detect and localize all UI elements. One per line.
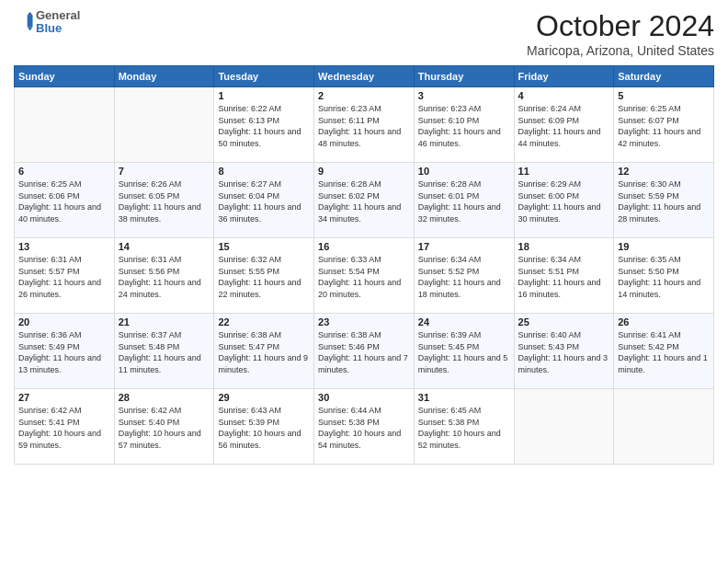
calendar-cell: 24Sunrise: 6:39 AMSunset: 5:45 PMDayligh… — [414, 314, 514, 389]
calendar-table: Sunday Monday Tuesday Wednesday Thursday… — [14, 65, 714, 465]
calendar-cell: 29Sunrise: 6:43 AMSunset: 5:39 PMDayligh… — [214, 389, 314, 465]
logo-blue-text: Blue — [36, 22, 80, 35]
day-info: Sunrise: 6:25 AMSunset: 6:07 PMDaylight:… — [618, 103, 710, 149]
calendar-cell: 4Sunrise: 6:24 AMSunset: 6:09 PMDaylight… — [514, 87, 614, 163]
day-number: 21 — [119, 316, 210, 327]
calendar-cell: 30Sunrise: 6:44 AMSunset: 5:38 PMDayligh… — [314, 389, 415, 465]
day-number: 6 — [18, 166, 110, 177]
calendar-cell: 15Sunrise: 6:32 AMSunset: 5:55 PMDayligh… — [214, 238, 314, 314]
day-number: 18 — [518, 241, 610, 252]
calendar-cell: 23Sunrise: 6:38 AMSunset: 5:46 PMDayligh… — [314, 314, 415, 389]
day-number: 9 — [318, 166, 410, 177]
day-info: Sunrise: 6:43 AMSunset: 5:39 PMDaylight:… — [218, 405, 310, 451]
day-number: 25 — [518, 316, 610, 327]
calendar-week-4: 20Sunrise: 6:36 AMSunset: 5:49 PMDayligh… — [15, 314, 714, 389]
day-info: Sunrise: 6:23 AMSunset: 6:10 PMDaylight:… — [418, 103, 510, 149]
day-info: Sunrise: 6:42 AMSunset: 5:41 PMDaylight:… — [18, 405, 110, 451]
day-number: 11 — [518, 166, 610, 177]
calendar-cell: 17Sunrise: 6:34 AMSunset: 5:52 PMDayligh… — [414, 238, 514, 314]
svg-marker-0 — [28, 16, 33, 27]
day-info: Sunrise: 6:27 AMSunset: 6:04 PMDaylight:… — [218, 178, 310, 224]
day-info: Sunrise: 6:40 AMSunset: 5:43 PMDaylight:… — [518, 329, 610, 375]
day-info: Sunrise: 6:41 AMSunset: 5:42 PMDaylight:… — [618, 329, 710, 375]
calendar-cell: 22Sunrise: 6:38 AMSunset: 5:47 PMDayligh… — [214, 314, 314, 389]
col-wednesday: Wednesday — [314, 66, 415, 87]
day-info: Sunrise: 6:31 AMSunset: 5:56 PMDaylight:… — [119, 254, 210, 300]
calendar-cell: 27Sunrise: 6:42 AMSunset: 5:41 PMDayligh… — [15, 389, 115, 465]
calendar-cell: 21Sunrise: 6:37 AMSunset: 5:48 PMDayligh… — [114, 314, 214, 389]
day-info: Sunrise: 6:31 AMSunset: 5:57 PMDaylight:… — [18, 254, 110, 300]
calendar-cell: 9Sunrise: 6:28 AMSunset: 6:02 PMDaylight… — [314, 163, 415, 238]
day-number: 30 — [318, 392, 410, 403]
calendar-week-3: 13Sunrise: 6:31 AMSunset: 5:57 PMDayligh… — [15, 238, 714, 314]
logo-general-text: General — [36, 9, 80, 22]
day-info: Sunrise: 6:22 AMSunset: 6:13 PMDaylight:… — [218, 103, 310, 149]
col-thursday: Thursday — [414, 66, 514, 87]
day-info: Sunrise: 6:25 AMSunset: 6:06 PMDaylight:… — [18, 178, 110, 224]
day-info: Sunrise: 6:36 AMSunset: 5:49 PMDaylight:… — [18, 329, 110, 375]
day-number: 15 — [218, 241, 310, 252]
day-info: Sunrise: 6:30 AMSunset: 5:59 PMDaylight:… — [618, 178, 710, 224]
page: General Blue October 2024 Maricopa, Ariz… — [0, 0, 728, 563]
calendar-cell: 7Sunrise: 6:26 AMSunset: 6:05 PMDaylight… — [114, 163, 214, 238]
calendar-cell — [114, 87, 214, 163]
header: General Blue October 2024 Maricopa, Ariz… — [14, 9, 714, 58]
month-title: October 2024 — [527, 9, 714, 43]
col-tuesday: Tuesday — [214, 66, 314, 87]
day-number: 13 — [18, 241, 110, 252]
calendar-cell: 3Sunrise: 6:23 AMSunset: 6:10 PMDaylight… — [414, 87, 514, 163]
day-info: Sunrise: 6:29 AMSunset: 6:00 PMDaylight:… — [518, 178, 610, 224]
day-number: 3 — [418, 90, 510, 101]
calendar-cell: 20Sunrise: 6:36 AMSunset: 5:49 PMDayligh… — [15, 314, 115, 389]
day-number: 2 — [318, 90, 410, 101]
day-number: 16 — [318, 241, 410, 252]
day-number: 28 — [119, 392, 210, 403]
col-monday: Monday — [114, 66, 214, 87]
svg-marker-2 — [28, 27, 33, 30]
calendar-cell: 1Sunrise: 6:22 AMSunset: 6:13 PMDaylight… — [214, 87, 314, 163]
location: Maricopa, Arizona, United States — [527, 43, 714, 58]
calendar-cell — [514, 389, 614, 465]
header-row: Sunday Monday Tuesday Wednesday Thursday… — [15, 66, 714, 87]
calendar-cell: 28Sunrise: 6:42 AMSunset: 5:40 PMDayligh… — [114, 389, 214, 465]
day-info: Sunrise: 6:28 AMSunset: 6:01 PMDaylight:… — [418, 178, 510, 224]
day-info: Sunrise: 6:38 AMSunset: 5:46 PMDaylight:… — [318, 329, 410, 375]
calendar-cell: 2Sunrise: 6:23 AMSunset: 6:11 PMDaylight… — [314, 87, 415, 163]
calendar-week-5: 27Sunrise: 6:42 AMSunset: 5:41 PMDayligh… — [15, 389, 714, 465]
calendar-cell — [614, 389, 714, 465]
calendar-week-1: 1Sunrise: 6:22 AMSunset: 6:13 PMDaylight… — [15, 87, 714, 163]
calendar-cell: 18Sunrise: 6:34 AMSunset: 5:51 PMDayligh… — [514, 238, 614, 314]
day-info: Sunrise: 6:32 AMSunset: 5:55 PMDaylight:… — [218, 254, 310, 300]
day-info: Sunrise: 6:34 AMSunset: 5:51 PMDaylight:… — [518, 254, 610, 300]
calendar-cell: 13Sunrise: 6:31 AMSunset: 5:57 PMDayligh… — [15, 238, 115, 314]
day-number: 31 — [418, 392, 510, 403]
logo-text: General Blue — [36, 9, 80, 36]
calendar-cell: 25Sunrise: 6:40 AMSunset: 5:43 PMDayligh… — [514, 314, 614, 389]
day-number: 23 — [318, 316, 410, 327]
day-number: 10 — [418, 166, 510, 177]
day-number: 20 — [18, 316, 110, 327]
day-number: 8 — [218, 166, 310, 177]
day-number: 4 — [518, 90, 610, 101]
day-info: Sunrise: 6:28 AMSunset: 6:02 PMDaylight:… — [318, 178, 410, 224]
day-number: 22 — [218, 316, 310, 327]
day-number: 26 — [618, 316, 710, 327]
day-info: Sunrise: 6:37 AMSunset: 5:48 PMDaylight:… — [119, 329, 210, 375]
day-info: Sunrise: 6:23 AMSunset: 6:11 PMDaylight:… — [318, 103, 410, 149]
day-info: Sunrise: 6:35 AMSunset: 5:50 PMDaylight:… — [618, 254, 710, 300]
day-number: 27 — [18, 392, 110, 403]
day-number: 24 — [418, 316, 510, 327]
day-info: Sunrise: 6:26 AMSunset: 6:05 PMDaylight:… — [119, 178, 210, 224]
calendar-cell — [15, 87, 115, 163]
col-sunday: Sunday — [15, 66, 115, 87]
day-info: Sunrise: 6:42 AMSunset: 5:40 PMDaylight:… — [119, 405, 210, 451]
svg-marker-1 — [28, 12, 33, 16]
calendar-cell: 11Sunrise: 6:29 AMSunset: 6:00 PMDayligh… — [514, 163, 614, 238]
logo: General Blue — [14, 9, 80, 36]
calendar-week-2: 6Sunrise: 6:25 AMSunset: 6:06 PMDaylight… — [15, 163, 714, 238]
calendar-cell: 19Sunrise: 6:35 AMSunset: 5:50 PMDayligh… — [614, 238, 714, 314]
logo-icon — [14, 12, 34, 32]
day-number: 12 — [618, 166, 710, 177]
day-number: 1 — [218, 90, 310, 101]
day-number: 29 — [218, 392, 310, 403]
